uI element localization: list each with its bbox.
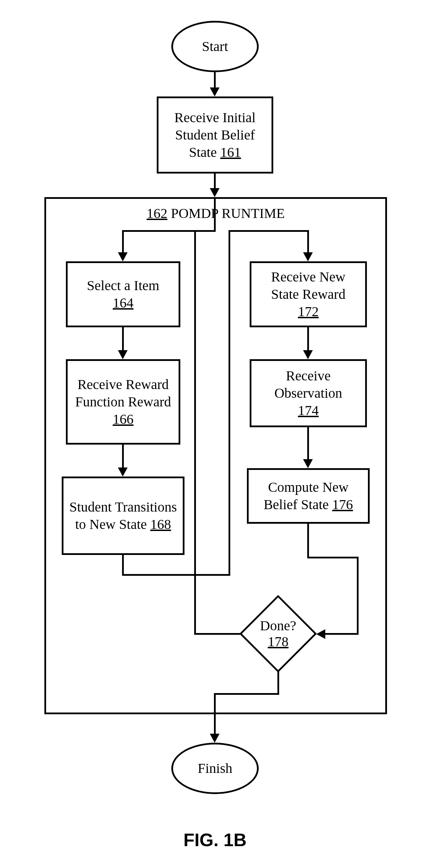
arrowhead-down-icon [210, 734, 220, 743]
arrowhead-down-icon [118, 467, 128, 477]
process-174: Receive Observation174 [250, 359, 367, 427]
start-label: Start [202, 38, 228, 55]
arrowhead-down-icon [118, 350, 128, 359]
figure-caption: FIG. 1B [0, 829, 430, 850]
process-176: Compute New Belief State 176 [247, 468, 370, 524]
connector [194, 230, 196, 635]
connector [194, 633, 242, 635]
connector [122, 574, 230, 576]
connector [307, 557, 359, 558]
connector [325, 633, 359, 635]
connector [307, 230, 309, 254]
process-166: Receive Reward Function Reward 166 [66, 359, 180, 445]
process-172-label: Receive New State Reward172 [256, 268, 360, 320]
arrowhead-down-icon [210, 87, 220, 96]
process-161-label: Receive Initial Student Belief State 161 [163, 109, 267, 161]
connector [122, 230, 216, 232]
arrowhead-left-icon [316, 629, 325, 639]
finish-terminator: Finish [171, 743, 259, 794]
process-161: Receive Initial Student Belief State 161 [157, 96, 273, 174]
process-166-label: Receive Reward Function Reward 166 [72, 376, 174, 428]
connector [214, 72, 216, 90]
connector [229, 230, 230, 576]
connector [122, 445, 124, 470]
connector [214, 174, 216, 190]
connector [214, 693, 279, 695]
connector [277, 671, 279, 695]
process-168-label: Student Transitions to New State 168 [68, 498, 178, 533]
finish-label: Finish [198, 760, 232, 777]
connector [357, 557, 359, 635]
connector [122, 327, 124, 352]
connector [307, 524, 309, 558]
arrowhead-down-icon [303, 350, 313, 359]
process-164: Select a Item164 [66, 261, 180, 327]
connector [122, 230, 124, 254]
flowchart-canvas: Start Receive Initial Student Belief Sta… [0, 0, 430, 868]
connector [122, 555, 124, 576]
process-174-label: Receive Observation174 [256, 367, 360, 419]
container-162-title: 162 POMDP RUNTIME [46, 205, 385, 221]
connector [214, 693, 216, 714]
process-172: Receive New State Reward172 [250, 261, 367, 327]
arrowhead-down-icon [210, 188, 220, 197]
connector [214, 197, 216, 232]
connector [214, 714, 216, 736]
arrowhead-down-icon [303, 459, 313, 468]
decision-178: Done?178 [240, 596, 316, 672]
decision-178-label: Done?178 [240, 618, 316, 650]
process-176-label: Compute New Belief State 176 [253, 479, 363, 513]
start-terminator: Start [171, 21, 259, 72]
process-168: Student Transitions to New State 168 [62, 477, 184, 555]
arrowhead-down-icon [303, 252, 313, 261]
connector [307, 427, 309, 461]
connector [307, 327, 309, 352]
arrowhead-down-icon [118, 252, 128, 261]
connector [229, 230, 309, 232]
process-164-label: Select a Item164 [87, 277, 160, 312]
